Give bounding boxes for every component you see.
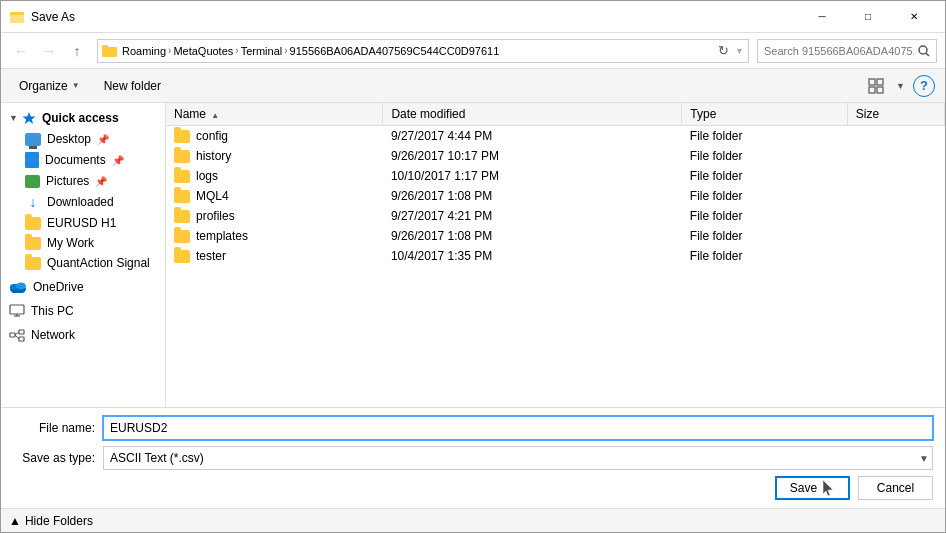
bottom-buttons: Save Cancel <box>13 476 933 500</box>
file-row-name: tester <box>174 249 375 263</box>
cell-name: tester <box>166 246 383 266</box>
savetype-row: Save as type: ASCII Text (*.csv) ▼ <box>13 446 933 470</box>
folder-icon <box>174 150 190 163</box>
documents-icon <box>25 152 39 168</box>
cell-size <box>847 166 944 186</box>
folder-icon <box>174 170 190 183</box>
svg-marker-23 <box>823 480 833 496</box>
network-section: Network <box>1 325 165 345</box>
col-type[interactable]: Type <box>682 103 847 126</box>
savetype-wrapper: ASCII Text (*.csv) ▼ <box>103 446 933 470</box>
table-row[interactable]: logs10/10/2017 1:17 PMFile folder <box>166 166 945 186</box>
svg-rect-9 <box>869 87 875 93</box>
desktop-icon <box>25 133 41 146</box>
file-row-name: logs <box>174 169 375 183</box>
search-input[interactable] <box>764 45 914 57</box>
folder-icon-eurusd <box>25 217 41 230</box>
forward-button[interactable]: → <box>37 39 61 63</box>
table-row[interactable]: MQL49/26/2017 1:08 PMFile folder <box>166 186 945 206</box>
cell-type: File folder <box>682 246 847 266</box>
col-name[interactable]: Name ▲ <box>166 103 383 126</box>
view-dropdown-arrow[interactable]: ▼ <box>896 81 905 91</box>
minimize-button[interactable]: ─ <box>799 1 845 33</box>
table-row[interactable]: tester10/4/2017 1:35 PMFile folder <box>166 246 945 266</box>
onedrive-section: OneDrive <box>1 277 165 297</box>
table-row[interactable]: profiles9/27/2017 4:21 PMFile folder <box>166 206 945 226</box>
folder-icon <box>174 250 190 263</box>
pictures-icon <box>25 175 40 188</box>
cell-name: MQL4 <box>166 186 383 206</box>
star-icon <box>22 111 36 125</box>
cell-modified: 9/27/2017 4:21 PM <box>383 206 682 226</box>
table-row[interactable]: history9/26/2017 10:17 PMFile folder <box>166 146 945 166</box>
search-icon <box>918 45 930 57</box>
sidebar-item-mywork[interactable]: My Work <box>1 233 165 253</box>
sidebar-item-this-pc[interactable]: This PC <box>1 301 165 321</box>
file-name: history <box>196 149 231 163</box>
sidebar-item-pictures[interactable]: Pictures 📌 <box>1 171 165 191</box>
refresh-button[interactable]: ↻ <box>713 41 733 61</box>
title-bar-text: Save As <box>31 10 799 24</box>
sidebar-item-eurusd[interactable]: EURUSD H1 <box>1 213 165 233</box>
col-modified[interactable]: Date modified <box>383 103 682 126</box>
file-table-header: Name ▲ Date modified Type Size <box>166 103 945 126</box>
sidebar-item-downloaded[interactable]: ↓ Downloaded <box>1 191 165 213</box>
maximize-button[interactable]: □ <box>845 1 891 33</box>
cell-type: File folder <box>682 166 847 186</box>
folder-nav-icon <box>102 44 118 57</box>
file-name: MQL4 <box>196 189 229 203</box>
cell-type: File folder <box>682 226 847 246</box>
savetype-label: Save as type: <box>13 451 103 465</box>
help-button[interactable]: ? <box>913 75 935 97</box>
network-icon <box>9 329 25 342</box>
filename-input[interactable] <box>103 416 933 440</box>
sidebar-item-documents[interactable]: Documents 📌 <box>1 149 165 171</box>
pin-icon-docs: 📌 <box>112 155 124 166</box>
up-button[interactable]: ↑ <box>65 39 89 63</box>
svg-rect-15 <box>10 305 24 314</box>
cursor-icon <box>821 479 835 497</box>
cell-name: profiles <box>166 206 383 226</box>
svg-marker-11 <box>22 112 35 124</box>
cell-modified: 9/26/2017 1:08 PM <box>383 226 682 246</box>
table-row[interactable]: config9/27/2017 4:44 PMFile folder <box>166 126 945 147</box>
cancel-button[interactable]: Cancel <box>858 476 933 500</box>
sidebar-item-quantaction[interactable]: QuantAction Signal <box>1 253 165 273</box>
dropdown-arrow[interactable]: ▼ <box>735 46 744 56</box>
cell-size <box>847 186 944 206</box>
svg-rect-3 <box>102 47 117 57</box>
svg-rect-8 <box>877 79 883 85</box>
file-name: config <box>196 129 228 143</box>
save-button[interactable]: Save <box>775 476 850 500</box>
crumb-terminal[interactable]: Terminal <box>241 45 283 57</box>
address-bar[interactable]: Roaming › MetaQuotes › Terminal › 915566… <box>97 39 749 63</box>
col-size[interactable]: Size <box>847 103 944 126</box>
quick-access-section: ▼ Quick access Desktop 📌 Documents 📌 <box>1 107 165 273</box>
sidebar-item-network[interactable]: Network <box>1 325 165 345</box>
cell-type: File folder <box>682 206 847 226</box>
new-folder-button[interactable]: New folder <box>96 74 169 98</box>
table-row[interactable]: templates9/26/2017 1:08 PMFile folder <box>166 226 945 246</box>
svg-rect-10 <box>877 87 883 93</box>
close-button[interactable]: ✕ <box>891 1 937 33</box>
cell-name: templates <box>166 226 383 246</box>
quick-access-header[interactable]: ▼ Quick access <box>1 107 165 129</box>
search-box[interactable] <box>757 39 937 63</box>
file-tbody: config9/27/2017 4:44 PMFile folderhistor… <box>166 126 945 267</box>
action-bar: Organize ▼ New folder ▼ ? <box>1 69 945 103</box>
file-name: logs <box>196 169 218 183</box>
back-button[interactable]: ← <box>9 39 33 63</box>
savetype-select[interactable]: ASCII Text (*.csv) <box>103 446 933 470</box>
sidebar-item-desktop[interactable]: Desktop 📌 <box>1 129 165 149</box>
sidebar: ▼ Quick access Desktop 📌 Documents 📌 <box>1 103 166 407</box>
file-name: tester <box>196 249 226 263</box>
organize-button[interactable]: Organize ▼ <box>11 74 88 98</box>
crumb-metaquotes[interactable]: MetaQuotes <box>173 45 233 57</box>
view-button[interactable] <box>864 74 888 98</box>
folder-icon <box>174 230 190 243</box>
cell-modified: 9/26/2017 10:17 PM <box>383 146 682 166</box>
crumb-id[interactable]: 915566BA06ADA407569C544CC0D97611 <box>290 45 500 57</box>
hide-folders-button[interactable]: ▲ Hide Folders <box>9 514 93 528</box>
sidebar-item-onedrive[interactable]: OneDrive <box>1 277 165 297</box>
crumb-roaming[interactable]: Roaming <box>122 45 166 57</box>
